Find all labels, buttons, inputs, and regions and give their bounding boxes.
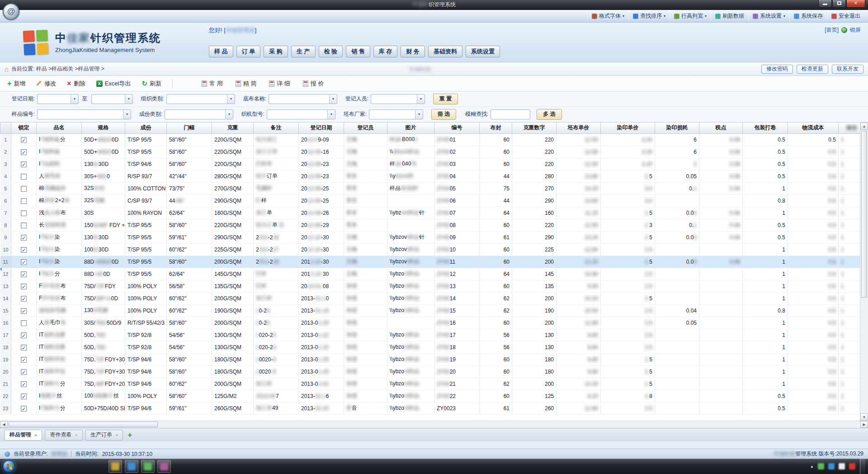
view-detail-button[interactable]: 详 细 bbox=[269, 80, 290, 88]
home-link[interactable]: [首页] bbox=[825, 26, 839, 34]
column-header[interactable]: 编号 bbox=[434, 123, 480, 133]
lock-checkbox[interactable]: ✓ bbox=[21, 381, 27, 387]
lock-screen-link[interactable]: 锁屏 bbox=[850, 26, 861, 34]
chevron-down-icon[interactable]: ▾ bbox=[225, 110, 233, 119]
scroll-right-icon[interactable]: ▶ bbox=[860, 421, 868, 428]
lock-checkbox[interactable]: ✓ bbox=[21, 149, 27, 155]
lock-checkbox[interactable]: ✓ bbox=[21, 284, 27, 289]
topbar-item-refresh-data[interactable]: 刷新数据 bbox=[711, 10, 748, 22]
toolbar-excel-export-button[interactable]: XExcel导出 bbox=[96, 80, 131, 88]
chevron-down-icon[interactable]: ▾ bbox=[125, 95, 132, 104]
lock-checkbox[interactable]: ✓ bbox=[21, 332, 27, 338]
column-header[interactable]: 染印单价 bbox=[601, 123, 655, 133]
nav-base-data[interactable]: 基础资料 bbox=[428, 46, 462, 57]
tray-expand-icon[interactable]: ▲ bbox=[810, 465, 814, 469]
add-tab-button[interactable]: + bbox=[127, 431, 132, 440]
taskbar-app-3[interactable] bbox=[141, 460, 155, 473]
tab-sample-management[interactable]: 样品管理× bbox=[5, 430, 42, 441]
window-titlebar[interactable]: 中佳针织管理系统 × bbox=[0, 0, 868, 10]
nav-purchase[interactable]: 采 购 bbox=[264, 46, 288, 57]
filter-combo-composition-type[interactable]: ▾ bbox=[165, 109, 233, 119]
chevron-down-icon[interactable]: ▾ bbox=[227, 95, 235, 104]
topbar-item-system-settings[interactable]: 系统设置▾ bbox=[748, 10, 789, 22]
nav-inspection[interactable]: 检 验 bbox=[319, 46, 343, 57]
nav-inventory[interactable]: 库 存 bbox=[373, 46, 398, 57]
taskbar-app-1[interactable] bbox=[108, 460, 122, 473]
table-row[interactable]: 2✓IT面料南50D+40D/30DT/SP 95/558"/60"220G/S… bbox=[0, 146, 860, 158]
topbar-item-row-height[interactable]: 行高列宽▾ bbox=[670, 10, 711, 22]
tray-app-blue-icon[interactable] bbox=[828, 463, 835, 469]
nav-settings[interactable]: 系统设置 bbox=[466, 46, 500, 57]
reset-button[interactable]: 重 置 bbox=[433, 94, 458, 104]
chevron-down-icon[interactable]: ▾ bbox=[415, 110, 423, 119]
lock-checkbox[interactable]: ✓ bbox=[21, 161, 27, 167]
lock-checkbox[interactable]: ✓ bbox=[21, 259, 27, 265]
table-row[interactable]: 4人棉毛布30S+40D0R/SP 93/742"/44"280G/SQM恒力订… bbox=[0, 170, 860, 182]
contact-dev-button[interactable]: 联系开发 bbox=[832, 65, 863, 74]
lock-checkbox[interactable]: ✓ bbox=[21, 393, 27, 399]
filter-combo-reg-date-to[interactable]: ▾ bbox=[91, 94, 133, 104]
table-row[interactable]: 9✓IT恒力染130D/30DT/SP 95/559"/61"290G/SQM2… bbox=[0, 231, 860, 243]
view-common-button[interactable]: 常 用 bbox=[202, 80, 223, 88]
sample-grid[interactable]: 锁定品名规格成份门幅克重备注登记日期登记员图片编号布封克重数字坯布单价染印单价染… bbox=[0, 123, 860, 421]
column-header[interactable]: 坯布单价 bbox=[557, 123, 601, 133]
topbar-item-format-font[interactable]: 格式字体▾ bbox=[587, 10, 628, 22]
table-row[interactable]: 5棉毛圈绒布32S针织100% COTTON73/75"270G/SQM毛圈样2… bbox=[0, 182, 860, 194]
toolbar-delete-button[interactable]: ×删除 bbox=[67, 80, 85, 88]
nav-production[interactable]: 生 产 bbox=[291, 46, 316, 57]
nav-sales[interactable]: 销 售 bbox=[346, 46, 370, 57]
filter-combo-fabric-supplier[interactable]: ▾ bbox=[369, 109, 423, 119]
tab-mail-view[interactable]: 寄件查看× bbox=[45, 430, 82, 441]
filter-combo-sample-no[interactable]: ▾ bbox=[37, 109, 131, 119]
lock-checkbox[interactable]: ✓ bbox=[21, 137, 27, 143]
table-row[interactable]: 13✓FDY长丝布75D/72F FDY100% POLY56/58"135G/… bbox=[0, 280, 860, 292]
collapse-panel-handle[interactable]: ‹ bbox=[0, 258, 5, 278]
table-row[interactable]: 10✓IT恒力染100D/30DT/SP 95/560"/62"225G/SQM… bbox=[0, 243, 860, 256]
multi-select-button[interactable]: 多 选 bbox=[537, 109, 561, 120]
filter-combo-registrant[interactable]: ▾ bbox=[371, 94, 425, 104]
lock-checkbox[interactable]: ✓ bbox=[21, 357, 27, 363]
table-row[interactable]: 6棉罗纹2+2布32S毛圈C/SP 93/744/46"290G/SQM打样20… bbox=[0, 194, 860, 207]
chevron-down-icon[interactable]: ▾ bbox=[329, 95, 337, 104]
table-row[interactable]: 14✓FDY长丝布75D/36F+40D100% POLY60"/62"200G… bbox=[0, 292, 860, 304]
topbar-item-system-save[interactable]: 系统保存 bbox=[789, 10, 827, 22]
table-row[interactable]: 18✓IT面料克重50D,75DT/SP 92/854/56"130G/SQM1… bbox=[0, 341, 860, 353]
nav-orders[interactable]: 订 单 bbox=[236, 46, 261, 57]
start-button[interactable] bbox=[3, 460, 15, 473]
tray-app-white-icon[interactable] bbox=[839, 463, 845, 469]
lock-checkbox[interactable]: ✓ bbox=[21, 235, 27, 241]
table-row[interactable]: 7浅色人棉布30S100% RAYON62/64"160G/SQM加工单2012… bbox=[0, 207, 860, 219]
column-header[interactable]: 克重 bbox=[212, 123, 254, 133]
tray-app-green-icon[interactable] bbox=[818, 463, 824, 469]
lock-checkbox[interactable] bbox=[21, 223, 27, 228]
chevron-down-icon[interactable]: ▾ bbox=[71, 95, 78, 104]
taskbar-app-4[interactable] bbox=[157, 460, 171, 473]
table-row[interactable]: 20✓IT面料平纹75D,72F FDY+30T/SP 94/658"/60"1… bbox=[0, 365, 860, 378]
lock-checkbox[interactable]: ✓ bbox=[21, 296, 27, 302]
maximize-button[interactable] bbox=[832, 0, 846, 8]
close-tab-icon[interactable]: × bbox=[75, 432, 77, 438]
column-header[interactable]: 物流成本 bbox=[788, 123, 839, 133]
filter-combo-base-fabric[interactable]: ▾ bbox=[269, 94, 337, 104]
close-tab-icon[interactable]: × bbox=[115, 432, 118, 438]
table-row[interactable]: 15✓涤纶纱毛圈130D毛圈100% POLY60"/62"190G/SQM10… bbox=[0, 304, 860, 317]
lock-checkbox[interactable] bbox=[21, 320, 27, 326]
toolbar-edit-button[interactable]: 修改 bbox=[36, 80, 56, 88]
column-header[interactable]: 锁定 bbox=[11, 123, 37, 133]
check-update-button[interactable]: 检查更新 bbox=[797, 65, 828, 74]
app-logo-orb[interactable]: @ bbox=[3, 3, 19, 20]
table-row[interactable]: 11✓IT恒力染88D+40D/30DT/SP 95/558"/60"200G/… bbox=[0, 256, 860, 268]
toolbar-add-button[interactable]: +新增 bbox=[7, 80, 25, 88]
column-header[interactable]: 备注 bbox=[254, 123, 299, 133]
lock-checkbox[interactable] bbox=[21, 186, 27, 192]
lock-checkbox[interactable] bbox=[21, 174, 27, 180]
view-simple-button[interactable]: 精 简 bbox=[236, 80, 257, 88]
column-header[interactable]: 图片 bbox=[387, 123, 434, 133]
column-header[interactable]: 税点 bbox=[699, 123, 743, 133]
vertical-scroll-thumb[interactable] bbox=[861, 131, 867, 298]
show-desktop-button[interactable] bbox=[860, 459, 865, 474]
column-header[interactable]: 门幅 bbox=[167, 123, 212, 133]
horizontal-scrollbar[interactable]: ◀ ▶ bbox=[0, 421, 868, 428]
column-header[interactable]: 包装打卷 bbox=[743, 123, 788, 133]
column-header[interactable]: 布封 bbox=[480, 123, 512, 133]
